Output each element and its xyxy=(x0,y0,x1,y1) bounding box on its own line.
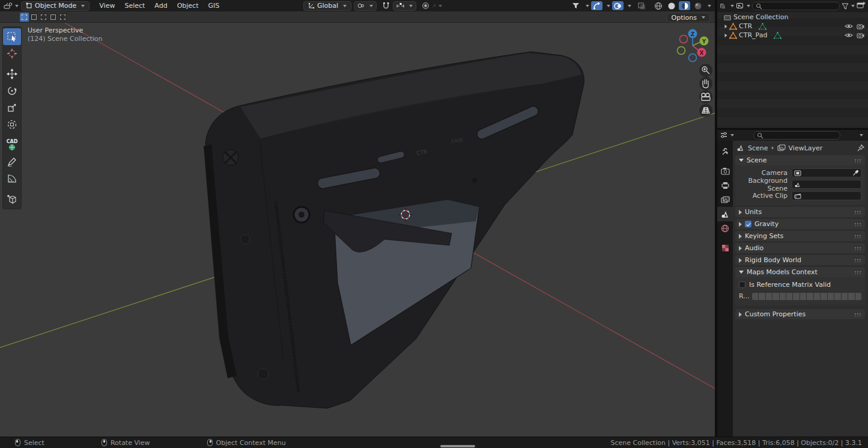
transform-orientation-dropdown[interactable]: Global xyxy=(303,1,351,11)
panel-grip-icon[interactable] xyxy=(854,312,861,316)
tab-texture[interactable] xyxy=(717,241,733,255)
pivot-point-dropdown[interactable] xyxy=(354,1,377,11)
hide-viewport-icon[interactable] xyxy=(845,32,853,38)
panel-rigid-body-world[interactable]: Rigid Body World xyxy=(735,255,865,265)
tool-cursor[interactable] xyxy=(3,45,21,62)
tool-annotate[interactable] xyxy=(3,153,21,170)
properties-options-dropdown[interactable] xyxy=(860,134,863,137)
expand-arrow-icon[interactable] xyxy=(739,222,742,227)
panel-audio[interactable]: Audio xyxy=(735,243,865,253)
select-mode-set[interactable] xyxy=(20,13,29,22)
tool-measure[interactable] xyxy=(3,170,21,187)
tool-cad-sketcher[interactable]: CAD xyxy=(3,137,21,153)
camera-view-button[interactable] xyxy=(699,90,712,103)
show-gizmo-toggle[interactable] xyxy=(591,1,602,10)
expand-arrow-icon[interactable] xyxy=(739,210,742,215)
collapse-arrow-icon[interactable] xyxy=(739,159,744,162)
tool-select-box[interactable] xyxy=(3,28,21,45)
select-mode-intersect[interactable] xyxy=(58,13,67,22)
model-ctr-stock[interactable]: CTR CAGE xyxy=(204,52,584,408)
outliner-row-ctr[interactable]: CTR xyxy=(717,22,868,31)
select-mode-extend[interactable] xyxy=(29,13,38,22)
eyedropper-icon[interactable] xyxy=(852,170,859,176)
menu-add[interactable]: Add xyxy=(150,0,172,11)
background-scene-field[interactable] xyxy=(792,180,861,189)
gizmo-axis-neg-x[interactable] xyxy=(680,35,688,43)
nav-gizmo[interactable]: Z Y X xyxy=(678,29,709,62)
panel-scene-header[interactable]: Scene xyxy=(735,155,865,165)
outliner-editor-selector[interactable] xyxy=(720,2,734,10)
select-mode-subtract[interactable] xyxy=(39,13,48,22)
tool-transform[interactable] xyxy=(3,116,21,133)
menu-select[interactable]: Select xyxy=(120,0,150,11)
tab-output[interactable] xyxy=(717,178,733,192)
panel-grip-icon[interactable] xyxy=(854,210,861,214)
panel-grip-icon[interactable] xyxy=(854,158,861,162)
gizmo-axis-neg-y[interactable] xyxy=(678,47,685,55)
disable-render-icon[interactable] xyxy=(857,23,864,29)
expand-arrow-icon[interactable] xyxy=(739,258,742,263)
panel-grip-icon[interactable] xyxy=(854,222,861,226)
matrix-value-cells[interactable] xyxy=(752,293,861,300)
collapse-arrow-icon[interactable] xyxy=(739,271,744,274)
xray-toggle[interactable] xyxy=(636,1,648,10)
tab-render[interactable] xyxy=(717,164,733,178)
panel-units[interactable]: Units xyxy=(735,207,865,217)
proportional-editing-toggle[interactable] xyxy=(420,2,430,10)
projection-toggle-button[interactable] xyxy=(699,104,712,117)
disable-render-icon[interactable] xyxy=(857,32,864,38)
properties-search-input[interactable] xyxy=(753,131,840,140)
menu-object[interactable]: Object xyxy=(172,0,204,11)
expand-arrow-icon[interactable] xyxy=(739,234,742,239)
panel-grip-icon[interactable] xyxy=(854,246,861,250)
tool-add-cube[interactable] xyxy=(3,191,21,207)
snap-target-dropdown[interactable] xyxy=(393,1,416,11)
camera-field[interactable] xyxy=(792,168,861,177)
outliner-display-mode[interactable] xyxy=(736,2,750,10)
gizmo-axis-neg-z[interactable] xyxy=(689,54,697,62)
new-collection-button[interactable] xyxy=(857,1,866,11)
outliner-row-scene-collection[interactable]: Scene Collection xyxy=(717,13,868,22)
panel-custom-properties[interactable]: Custom Properties xyxy=(735,309,865,319)
panel-grip-icon[interactable] xyxy=(854,270,861,274)
hide-viewport-icon[interactable] xyxy=(845,23,853,29)
shading-rendered-button[interactable] xyxy=(692,1,703,10)
zoom-view-button[interactable] xyxy=(699,64,712,77)
snap-magnet-toggle[interactable] xyxy=(381,2,390,10)
expand-arrow-icon[interactable] xyxy=(739,246,742,251)
tab-scene[interactable] xyxy=(717,207,733,221)
expand-arrow-icon[interactable] xyxy=(725,24,727,28)
gravity-checkbox[interactable] xyxy=(745,221,751,227)
editor-type-selector[interactable] xyxy=(0,2,21,10)
tab-world[interactable] xyxy=(717,221,733,236)
menu-view[interactable]: View xyxy=(94,0,120,11)
options-dropdown[interactable]: Options xyxy=(667,13,710,22)
properties-editor-selector[interactable] xyxy=(720,132,734,139)
select-mode-invert[interactable] xyxy=(49,13,58,22)
panel-gravity[interactable]: Gravity xyxy=(735,219,865,229)
pan-view-button[interactable] xyxy=(699,77,712,90)
panel-maps-header[interactable]: Maps Models Context xyxy=(735,267,865,277)
proportional-falloff-dropdown[interactable] xyxy=(432,2,442,10)
pin-icon[interactable] xyxy=(857,144,864,152)
tool-rotate[interactable] xyxy=(3,82,21,99)
active-clip-field[interactable] xyxy=(792,191,861,200)
show-overlays-toggle[interactable] xyxy=(612,1,624,10)
is-reference-matrix-valid-checkbox[interactable] xyxy=(739,281,745,288)
tool-move[interactable] xyxy=(3,66,21,82)
panel-grip-icon[interactable] xyxy=(854,234,861,238)
breadcrumb-viewlayer[interactable]: ViewLayer xyxy=(789,144,823,152)
object-visibility-dropdown[interactable] xyxy=(570,1,581,10)
mode-dropdown[interactable]: Object Mode xyxy=(21,1,90,11)
shading-solid-button[interactable] xyxy=(666,1,677,10)
viewport-canvas[interactable]: CTR CAGE xyxy=(0,11,715,437)
outliner-filter-dropdown[interactable] xyxy=(842,3,855,10)
menu-gis[interactable]: GIS xyxy=(203,0,224,11)
shading-wireframe-button[interactable] xyxy=(652,1,664,10)
expand-arrow-icon[interactable] xyxy=(739,312,742,317)
tab-view-layer[interactable] xyxy=(717,192,733,207)
panel-grip-icon[interactable] xyxy=(854,258,861,262)
outliner-row-ctr-pad[interactable]: CTR_Pad xyxy=(717,31,868,40)
expand-arrow-icon[interactable] xyxy=(725,33,727,37)
breadcrumb-scene[interactable]: Scene xyxy=(748,144,768,152)
